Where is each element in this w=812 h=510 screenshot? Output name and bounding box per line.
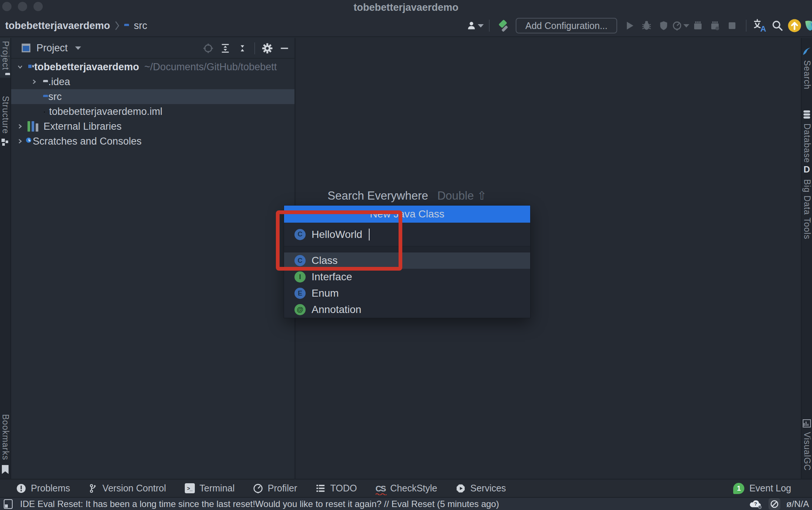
tree-row-iml[interactable]: tobebetterjavaerdemo.iml — [11, 104, 294, 119]
memory-indicator[interactable]: ø/N/A — [786, 499, 809, 509]
stripe-label: Project — [0, 41, 10, 70]
hammer-icon — [497, 19, 510, 32]
branch-icon — [89, 484, 98, 493]
run-button[interactable] — [621, 17, 638, 34]
stripe-label: Database — [802, 123, 812, 163]
chevron-collapsed-icon[interactable] — [16, 123, 24, 130]
breadcrumb-project[interactable]: tobebetterjavaerdemo — [5, 20, 110, 32]
toolbar-chip-icon-1[interactable] — [689, 17, 706, 34]
hide-panel-icon[interactable] — [280, 43, 289, 53]
tool-window-problems[interactable]: Problems — [16, 483, 70, 494]
toolbar-separator — [489, 20, 490, 32]
red-annotation-box — [276, 210, 402, 271]
tool-window-checkstyle[interactable]: CS CheckStyle — [376, 483, 437, 494]
add-configuration-button[interactable]: Add Configuration... — [516, 18, 617, 33]
tree-row-external-libraries[interactable]: External Libraries — [11, 119, 294, 134]
gear-icon[interactable] — [262, 43, 273, 54]
profiler-icon — [672, 20, 682, 31]
toolbar-chip-icon-2[interactable] — [706, 17, 724, 34]
breadcrumb-chevron-icon — [115, 20, 120, 31]
status-message[interactable]: IDE Eval Reset: It has been a long time … — [20, 499, 499, 509]
stripe-tab-search[interactable]: Search — [802, 44, 812, 93]
tool-window-terminal[interactable]: >_ Terminal — [185, 483, 235, 494]
problems-icon — [16, 484, 26, 493]
big-data-tools-icon: D — [803, 164, 810, 175]
project-tool-window: Project — [11, 38, 294, 479]
search-everywhere-button[interactable] — [769, 17, 786, 34]
search-icon — [771, 20, 783, 32]
tool-window-toggle-icon[interactable] — [4, 499, 13, 509]
locate-target-icon[interactable] — [203, 43, 213, 54]
stripe-tab-structure[interactable]: Structure — [0, 93, 10, 149]
tree-row-idea[interactable]: .idea — [11, 74, 294, 89]
stripe-tab-database[interactable]: Database — [802, 107, 812, 166]
tree-row-src[interactable]: src — [11, 89, 294, 104]
user-dropdown[interactable] — [467, 17, 484, 34]
no-entry-icon[interactable] — [768, 498, 780, 510]
toolbar: Add Configuration... — [467, 15, 812, 36]
bottom-tool-window-bar: Problems Version Control >_ Terminal Pro… — [0, 479, 812, 497]
profiler-button[interactable] — [672, 17, 689, 34]
debug-button[interactable] — [638, 17, 655, 34]
cloud-help-icon[interactable]: ? — [749, 498, 763, 510]
translate-button[interactable]: A — [752, 17, 769, 34]
stop-button[interactable] — [724, 17, 741, 34]
services-icon — [456, 484, 465, 493]
right-tool-stripe: Search Database D Big Data Tools VisualG… — [801, 38, 812, 479]
stripe-label: Bookmarks — [0, 414, 10, 460]
run-icon — [624, 20, 635, 31]
stripe-tab-big-data-tools[interactable]: D Big Data Tools — [802, 161, 812, 242]
stripe-tab-bookmarks[interactable]: Bookmarks — [0, 411, 10, 477]
tree-path: ~/Documents/GitHub/tobebett — [144, 61, 277, 73]
tool-window-profiler[interactable]: Profiler — [253, 483, 297, 494]
chevron-expanded-icon[interactable] — [16, 63, 24, 71]
event-log-label: Event Log — [749, 483, 791, 494]
tool-window-label: CheckStyle — [390, 483, 437, 494]
stripe-label: VisualGC — [802, 432, 812, 471]
enum-kind-icon: E — [294, 288, 306, 299]
checkstyle-icon: CS — [376, 483, 386, 494]
tree-label: .idea — [48, 76, 70, 88]
panel-actions — [203, 38, 289, 59]
build-button[interactable] — [495, 17, 512, 34]
stripe-label: Search — [802, 60, 812, 90]
chevron-down-icon[interactable] — [75, 46, 81, 50]
expand-all-icon[interactable] — [220, 43, 231, 54]
option-interface[interactable]: I Interface — [284, 269, 530, 285]
update-available-button[interactable] — [786, 17, 803, 34]
editor-shortcut-hint: Search Everywhere Double ⇧ — [284, 189, 531, 203]
status-bar: IDE Eval Reset: It has been a long time … — [0, 497, 812, 510]
gem-icon — [803, 18, 812, 33]
chevron-collapsed-icon[interactable] — [16, 138, 24, 145]
option-enum[interactable]: E Enum — [284, 285, 530, 301]
option-label: Annotation — [312, 304, 361, 316]
tree-row-scratches[interactable]: Scratches and Consoles — [11, 134, 294, 149]
ide-gem-button[interactable] — [803, 17, 812, 34]
coverage-button[interactable] — [655, 17, 672, 34]
option-annotation[interactable]: @ Annotation — [284, 301, 530, 318]
bookmark-icon — [1, 465, 9, 474]
tree-label: External Libraries — [44, 121, 122, 132]
tree-row-project-root[interactable]: tobebetterjavaerdemo ~/Documents/GitHub/… — [11, 59, 294, 74]
event-log-badge: 1 — [733, 483, 744, 494]
tool-window-label: TODO — [330, 483, 357, 494]
hint-title: Search Everywhere — [328, 189, 428, 202]
chevron-collapsed-icon[interactable] — [30, 78, 38, 85]
panel-actions-separator — [254, 42, 255, 54]
stripe-tab-visualgc[interactable]: VisualGC — [802, 416, 812, 474]
tool-window-todo[interactable]: TODO — [316, 483, 357, 494]
bug-icon — [641, 20, 652, 31]
tool-window-services[interactable]: Services — [456, 483, 506, 494]
todo-list-icon — [316, 484, 325, 493]
hint-shortcut: Double ⇧ — [437, 189, 487, 202]
tool-window-label: Terminal — [200, 483, 235, 494]
stop-icon — [728, 21, 737, 30]
tool-window-label: Version Control — [103, 483, 166, 494]
tool-window-version-control[interactable]: Version Control — [89, 483, 166, 494]
breadcrumb-current[interactable]: src — [134, 20, 147, 32]
stripe-tab-project[interactable]: Project — [0, 38, 10, 78]
terminal-icon: >_ — [185, 483, 195, 493]
feather-icon — [802, 47, 811, 56]
collapse-all-icon[interactable] — [237, 43, 248, 54]
event-log-button[interactable]: 1 Event Log — [733, 480, 791, 497]
